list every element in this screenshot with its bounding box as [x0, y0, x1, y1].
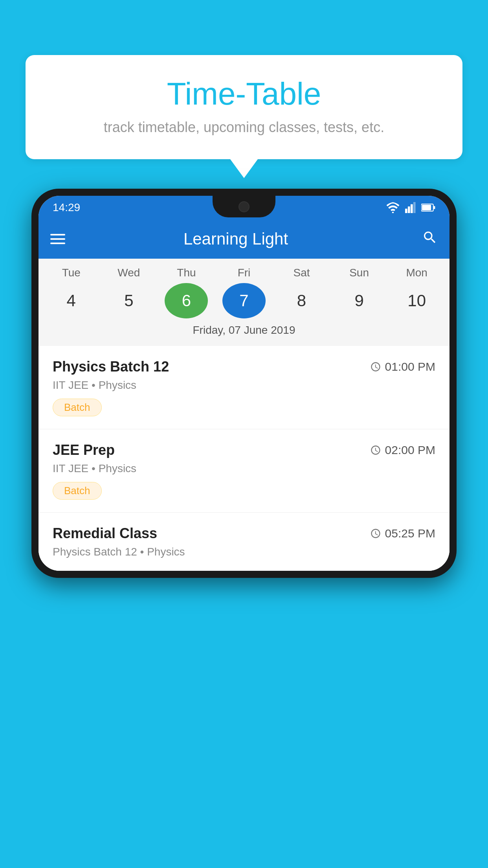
day-5[interactable]: 5 [107, 283, 150, 318]
class-subtitle-3: Physics Batch 12 • Physics [53, 546, 435, 558]
speech-bubble: Time-Table track timetable, upcoming cla… [26, 55, 462, 159]
phone-container: 14:29 [31, 189, 457, 868]
status-icons [386, 202, 435, 213]
day-7-selected[interactable]: 7 [222, 283, 266, 318]
status-bar: 14:29 [39, 196, 449, 219]
day-header-mon: Mon [395, 267, 438, 279]
battery-icon [421, 203, 435, 212]
day-header-thu: Thu [165, 267, 208, 279]
class-item-remedial[interactable]: Remedial Class 05:25 PM Physics Batch 12… [39, 513, 449, 571]
class-time-1: 01:00 PM [370, 360, 435, 373]
batch-tag-2: Batch [53, 482, 102, 500]
class-name-3: Remedial Class [53, 525, 157, 542]
speech-bubble-container: Time-Table track timetable, upcoming cla… [26, 55, 462, 159]
class-header-3: Remedial Class 05:25 PM [53, 525, 435, 542]
status-time: 14:29 [53, 201, 80, 214]
svg-rect-1 [408, 206, 410, 213]
search-icon[interactable] [422, 230, 438, 249]
camera [238, 201, 250, 212]
day-8[interactable]: 8 [280, 283, 323, 318]
class-list: Physics Batch 12 01:00 PM IIT JEE • Phys… [39, 346, 449, 571]
bubble-subtitle: track timetable, upcoming classes, tests… [49, 119, 439, 136]
class-time-text-1: 01:00 PM [385, 360, 435, 373]
class-header-2: JEE Prep 02:00 PM [53, 442, 435, 458]
clock-icon-1 [370, 361, 381, 372]
svg-rect-2 [411, 204, 413, 213]
svg-rect-6 [434, 206, 435, 209]
day-6-today[interactable]: 6 [165, 283, 208, 318]
class-subtitle-2: IIT JEE • Physics [53, 462, 435, 475]
phone-screen: 14:29 [39, 196, 449, 571]
class-subtitle-1: IIT JEE • Physics [53, 379, 435, 392]
batch-tag-1: Batch [53, 399, 102, 416]
bubble-title: Time-Table [49, 77, 439, 111]
day-headers: Tue Wed Thu Fri Sat Sun Mon [42, 267, 446, 279]
svg-rect-0 [405, 209, 407, 213]
app-bar: Learning Light [39, 219, 449, 259]
menu-icon[interactable] [50, 234, 65, 244]
signal-icon [405, 202, 416, 213]
svg-rect-3 [413, 202, 416, 213]
day-header-sun: Sun [338, 267, 381, 279]
app-title: Learning Light [65, 230, 406, 248]
day-9[interactable]: 9 [338, 283, 381, 318]
day-header-fri: Fri [222, 267, 266, 279]
class-time-text-3: 05:25 PM [385, 527, 435, 540]
class-name-1: Physics Batch 12 [53, 359, 169, 375]
day-header-wed: Wed [107, 267, 150, 279]
wifi-icon [386, 202, 400, 213]
day-4[interactable]: 4 [50, 283, 93, 318]
class-time-2: 02:00 PM [370, 443, 435, 457]
class-item-physics-batch[interactable]: Physics Batch 12 01:00 PM IIT JEE • Phys… [39, 346, 449, 429]
class-item-jee-prep[interactable]: JEE Prep 02:00 PM IIT JEE • Physics Batc… [39, 429, 449, 513]
class-time-3: 05:25 PM [370, 527, 435, 540]
day-numbers: 4 5 6 7 8 9 10 [42, 283, 446, 318]
class-header-1: Physics Batch 12 01:00 PM [53, 359, 435, 375]
day-header-tue: Tue [50, 267, 93, 279]
notch [213, 196, 275, 217]
phone-mockup: 14:29 [31, 189, 457, 578]
clock-icon-3 [370, 528, 381, 539]
class-name-2: JEE Prep [53, 442, 115, 458]
class-time-text-2: 02:00 PM [385, 443, 435, 457]
day-header-sat: Sat [280, 267, 323, 279]
svg-rect-5 [422, 205, 431, 210]
clock-icon-2 [370, 445, 381, 456]
day-10[interactable]: 10 [395, 283, 438, 318]
selected-date: Friday, 07 June 2019 [42, 324, 446, 342]
calendar-strip: Tue Wed Thu Fri Sat Sun Mon 4 5 6 7 8 9 … [39, 259, 449, 346]
